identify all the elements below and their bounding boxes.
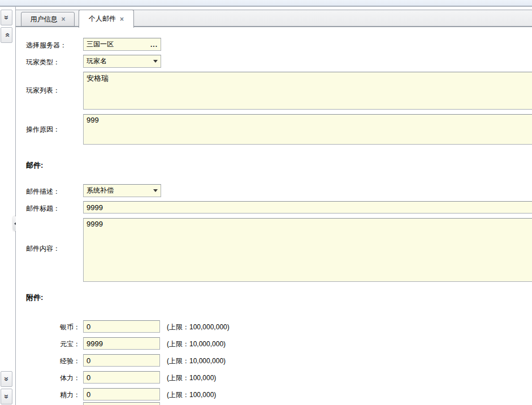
chevron-double-down-icon: »	[2, 15, 10, 20]
player-type-label: 玩家类型：	[26, 58, 60, 67]
mail-content-textarea[interactable]: 9999	[83, 218, 532, 282]
attachments-section-header: 附件:	[26, 293, 43, 303]
gold-label: 元宝：	[48, 339, 80, 349]
stamina-input[interactable]	[83, 371, 160, 384]
server-value: 三国一区	[86, 40, 150, 49]
player-type-value: 玩家名	[86, 56, 151, 66]
mail-form-panel: 选择服务器： 三国一区 ... 玩家类型： 玩家名 玩家列表： 安格瑞 操作原因…	[16, 27, 532, 405]
energy-input[interactable]	[83, 388, 160, 400]
reason-textarea[interactable]: 999	[83, 114, 532, 145]
chevron-double-up-icon: »	[2, 33, 10, 37]
mail-desc-label: 邮件描述：	[26, 187, 60, 197]
energy-limit: (上限：100,000)	[167, 390, 216, 400]
tab-personal-mail[interactable]: 个人邮件 ×	[79, 10, 134, 28]
browse-ellipsis-icon[interactable]: ...	[150, 43, 158, 46]
silver-limit: (上限：100,000,000)	[167, 323, 230, 332]
mail-title-label: 邮件标题：	[26, 204, 60, 214]
exp-input[interactable]	[83, 354, 160, 367]
chevron-double-down-icon: »	[2, 394, 10, 399]
tab-label: 用户信息	[30, 15, 57, 24]
exp-label: 经验：	[48, 356, 80, 366]
sidebar-collapse-up-button[interactable]: »	[1, 27, 12, 43]
next-attachment-input-clipped[interactable]	[83, 402, 160, 405]
stamina-limit: (上限：100,000)	[167, 373, 216, 383]
gold-input[interactable]	[83, 337, 160, 350]
close-icon[interactable]: ×	[61, 16, 65, 23]
tab-strip: 用户信息 × 个人邮件 ×	[16, 10, 532, 27]
tab-user-info[interactable]: 用户信息 ×	[21, 12, 75, 27]
sidebar-bottom-down-button-2[interactable]: »	[1, 389, 12, 404]
mail-desc-dropdown[interactable]: 系统补偿	[83, 184, 161, 197]
chevron-down-icon[interactable]	[153, 60, 158, 63]
top-toolbar-strip	[0, 0, 532, 7]
mail-content-label: 邮件内容：	[26, 244, 60, 254]
gold-limit: (上限：10,000,000)	[167, 339, 226, 349]
exp-limit: (上限：10,000,000)	[167, 356, 226, 366]
silver-input[interactable]	[83, 320, 160, 333]
energy-label: 精力：	[48, 390, 80, 400]
player-list-label: 玩家列表：	[26, 86, 60, 95]
player-type-dropdown[interactable]: 玩家名	[83, 55, 161, 68]
sidebar-collapse-down-button[interactable]: »	[1, 10, 12, 25]
mail-section-header: 邮件:	[26, 160, 43, 171]
player-list-textarea[interactable]: 安格瑞	[83, 72, 532, 110]
mail-desc-value: 系统补偿	[86, 186, 151, 195]
sidebar-bottom-down-button-1[interactable]: »	[1, 371, 12, 387]
close-icon[interactable]: ×	[120, 16, 124, 23]
tab-label: 个人邮件	[89, 14, 116, 24]
chevron-double-down-icon: »	[2, 377, 10, 381]
stamina-label: 体力：	[48, 373, 80, 383]
server-label: 选择服务器：	[26, 41, 67, 50]
app-window: » » » » 用户信息 × 个人邮件 × 选择服务器： 三国一区 ... 玩家…	[0, 0, 532, 405]
server-picker[interactable]: 三国一区 ...	[83, 38, 161, 51]
mail-title-input[interactable]	[83, 201, 532, 214]
chevron-down-icon[interactable]	[153, 189, 158, 192]
silver-label: 银币：	[48, 323, 80, 332]
reason-label: 操作原因：	[26, 125, 60, 134]
